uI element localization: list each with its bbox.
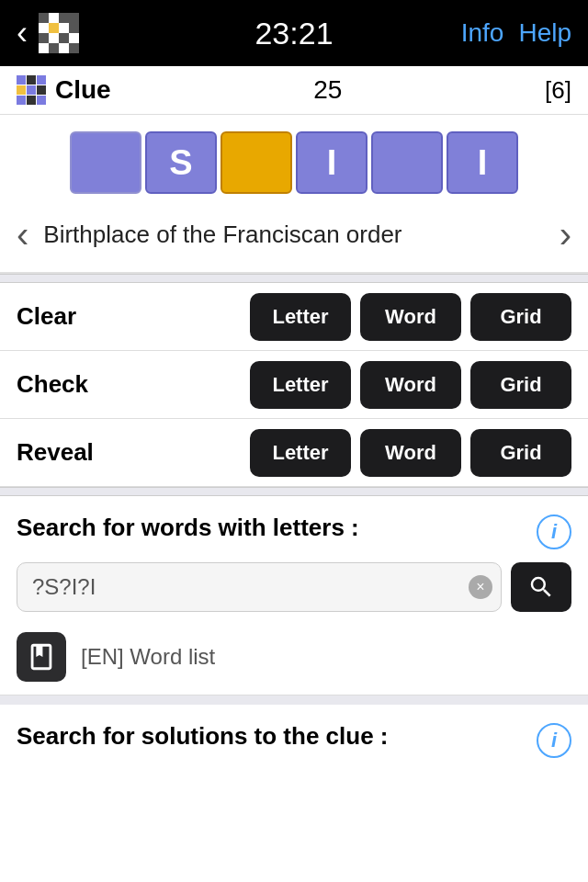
next-clue-button[interactable]: › bbox=[560, 214, 571, 255]
search-info-button[interactable]: i bbox=[537, 514, 571, 549]
search-go-button[interactable] bbox=[511, 562, 571, 612]
check-label: Check bbox=[17, 370, 250, 399]
clue-number: 25 bbox=[111, 75, 545, 105]
reveal-grid-button[interactable]: Grid bbox=[470, 429, 571, 477]
check-grid-button[interactable]: Grid bbox=[470, 361, 571, 409]
search-title: Search for words with letters : bbox=[17, 513, 359, 544]
tile-5[interactable] bbox=[371, 131, 443, 194]
check-buttons: Letter Word Grid bbox=[250, 361, 571, 409]
prev-clue-button[interactable]: ‹ bbox=[17, 214, 28, 255]
info-link[interactable]: Info bbox=[461, 18, 504, 48]
word-list-icon[interactable] bbox=[17, 632, 66, 682]
help-link[interactable]: Help bbox=[518, 18, 571, 48]
clear-row: Clear Letter Word Grid bbox=[0, 283, 588, 351]
tile-2[interactable]: S bbox=[145, 131, 217, 194]
clear-label: Clear bbox=[17, 302, 250, 331]
section-divider-1 bbox=[0, 274, 588, 283]
clear-buttons: Letter Word Grid bbox=[250, 293, 571, 341]
clear-word-button[interactable]: Word bbox=[360, 293, 461, 341]
back-button[interactable]: ‹ bbox=[17, 17, 28, 50]
clue-puzzle-icon bbox=[17, 75, 46, 105]
clear-grid-button[interactable]: Grid bbox=[470, 293, 571, 341]
solutions-header: Search for solutions to the clue : i bbox=[17, 721, 571, 758]
clear-letter-button[interactable]: Letter bbox=[250, 293, 351, 341]
tile-4[interactable]: I bbox=[296, 131, 368, 194]
book-icon bbox=[26, 641, 57, 673]
check-word-button[interactable]: Word bbox=[360, 361, 461, 409]
search-clear-button[interactable]: × bbox=[469, 575, 492, 599]
tiles-row: S I I bbox=[0, 115, 588, 205]
reveal-buttons: Letter Word Grid bbox=[250, 429, 571, 477]
search-input-row: × bbox=[17, 562, 571, 612]
reveal-word-button[interactable]: Word bbox=[360, 429, 461, 477]
clue-label: Clue bbox=[55, 75, 111, 105]
section-divider-2 bbox=[0, 487, 588, 496]
search-input-wrap: × bbox=[17, 562, 502, 612]
check-row: Check Letter Word Grid bbox=[0, 351, 588, 419]
header-left: ‹ bbox=[17, 13, 79, 53]
reveal-letter-button[interactable]: Letter bbox=[250, 429, 351, 477]
header: ‹ 23:21 Info Help bbox=[0, 0, 588, 66]
crossword-icon bbox=[39, 13, 79, 53]
header-actions: Info Help bbox=[461, 18, 571, 48]
check-letter-button[interactable]: Letter bbox=[250, 361, 351, 409]
search-input[interactable] bbox=[17, 562, 502, 612]
solutions-info-button[interactable]: i bbox=[537, 723, 571, 758]
tile-6[interactable]: I bbox=[447, 131, 518, 194]
tile-3[interactable] bbox=[220, 131, 292, 194]
word-list-row: [EN] Word list bbox=[17, 625, 571, 685]
search-icon bbox=[527, 573, 555, 601]
clue-text: Birthplace of the Franciscan order bbox=[28, 219, 559, 251]
clue-bar: Clue 25 [6] bbox=[0, 66, 588, 115]
reveal-label: Reveal bbox=[17, 438, 250, 467]
clue-length: [6] bbox=[545, 76, 571, 105]
action-section: Clear Letter Word Grid Check Letter Word… bbox=[0, 283, 588, 487]
clue-nav: ‹ Birthplace of the Franciscan order › bbox=[0, 205, 588, 274]
search-section: Search for words with letters : i × [EN]… bbox=[0, 496, 588, 695]
tile-1[interactable] bbox=[70, 131, 141, 194]
header-time: 23:21 bbox=[254, 16, 333, 51]
word-list-label[interactable]: [EN] Word list bbox=[81, 644, 215, 670]
solutions-title: Search for solutions to the clue : bbox=[17, 721, 389, 752]
solutions-section: Search for solutions to the clue : i bbox=[0, 695, 588, 767]
search-header: Search for words with letters : i bbox=[17, 513, 571, 549]
reveal-row: Reveal Letter Word Grid bbox=[0, 419, 588, 487]
